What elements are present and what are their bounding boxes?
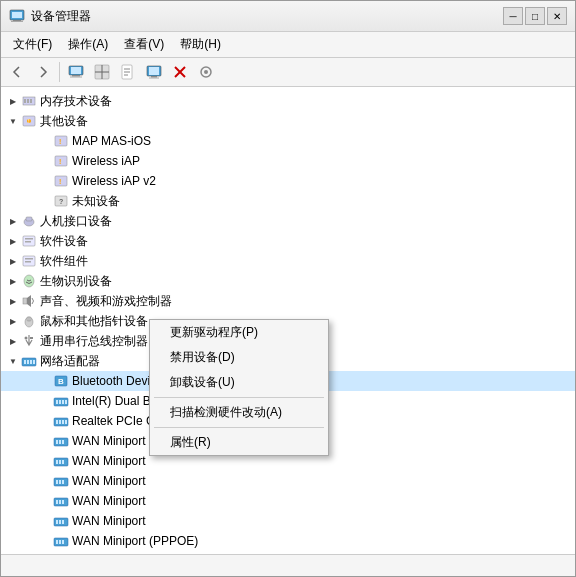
menu-file[interactable]: 文件(F) — [5, 34, 60, 55]
icon-intel — [53, 393, 69, 409]
content-area: 内存技术设备 ! 其他设备 — [1, 87, 575, 554]
tree-item-biometric[interactable]: 生物识别设备 — [1, 271, 575, 291]
label-wan-5: WAN Miniport — [72, 514, 146, 528]
svg-rect-56 — [30, 360, 32, 364]
icon-biometric — [21, 273, 37, 289]
label-wan-4: WAN Miniport — [72, 494, 146, 508]
label-hid: 人机接口设备 — [40, 213, 112, 230]
tree-item-audio[interactable]: 声音、视频和游戏控制器 — [1, 291, 575, 311]
forward-button[interactable] — [31, 61, 55, 83]
menu-help[interactable]: 帮助(H) — [172, 34, 229, 55]
context-disable-device[interactable]: 禁用设备(D) — [150, 345, 328, 370]
label-wan-1: WAN Miniport — [72, 434, 146, 448]
svg-point-22 — [204, 70, 208, 74]
svg-rect-42 — [25, 241, 31, 243]
icon-mouse — [21, 313, 37, 329]
icon-map-mas: ! — [53, 133, 69, 149]
icon-network-adapter — [21, 353, 37, 369]
computer-icon-btn[interactable] — [64, 61, 88, 83]
toolbar — [1, 58, 575, 87]
label-map-mas: MAP MAS-iOS — [72, 134, 151, 148]
context-menu: 更新驱动程序(P) 禁用设备(D) 卸载设备(U) 扫描检测硬件改动(A) 属性… — [149, 319, 329, 456]
svg-rect-54 — [24, 360, 26, 364]
svg-rect-44 — [25, 258, 33, 260]
label-intel: Intel(R) Dual B — [72, 394, 151, 408]
svg-text:B: B — [58, 377, 64, 386]
svg-rect-3 — [12, 12, 22, 18]
svg-rect-24 — [24, 99, 26, 103]
expand-realtek — [37, 413, 53, 429]
icon-wireless-iap-v2: ! — [53, 173, 69, 189]
close-button[interactable]: ✕ — [547, 7, 567, 25]
label-wan-2: WAN Miniport — [72, 454, 146, 468]
tree-item-memory[interactable]: 内存技术设备 — [1, 91, 575, 111]
tree-item-other[interactable]: ! 其他设备 — [1, 111, 575, 131]
delete-button[interactable] — [168, 61, 192, 83]
tree-item-wireless-iap-v2[interactable]: ! Wireless iAP v2 — [1, 171, 575, 191]
expand-other[interactable] — [5, 113, 21, 129]
svg-rect-25 — [27, 99, 29, 103]
context-uninstall-device[interactable]: 卸载设备(U) — [150, 370, 328, 395]
svg-rect-85 — [62, 500, 64, 504]
title-bar-controls: ─ □ ✕ — [503, 7, 567, 25]
back-button[interactable] — [5, 61, 29, 83]
svg-rect-55 — [27, 360, 29, 364]
expand-audio[interactable] — [5, 293, 21, 309]
svg-text:!: ! — [59, 138, 61, 145]
tree-item-map-mas[interactable]: ! MAP MAS-iOS — [1, 131, 575, 151]
svg-rect-72 — [59, 440, 61, 444]
svg-rect-66 — [56, 420, 58, 424]
svg-rect-16 — [149, 67, 159, 75]
svg-rect-76 — [59, 460, 61, 464]
svg-rect-45 — [25, 261, 31, 263]
menu-view[interactable]: 查看(V) — [116, 34, 172, 55]
properties-button[interactable] — [116, 61, 140, 83]
expand-memory[interactable] — [5, 93, 21, 109]
svg-rect-57 — [33, 360, 35, 364]
svg-rect-88 — [59, 520, 61, 524]
expand-usb[interactable] — [5, 333, 21, 349]
context-menu-separator-2 — [154, 427, 324, 428]
expand-hid[interactable] — [5, 213, 21, 229]
expand-sw-device[interactable] — [5, 233, 21, 249]
context-scan-hardware[interactable]: 扫描检测硬件改动(A) — [150, 400, 328, 425]
svg-rect-83 — [56, 500, 58, 504]
icon-usb — [21, 333, 37, 349]
scan-button[interactable] — [90, 61, 114, 83]
icon-wan-pppoe — [53, 533, 69, 549]
svg-rect-75 — [56, 460, 58, 464]
svg-rect-89 — [62, 520, 64, 524]
tree-item-wan-4[interactable]: WAN Miniport — [1, 491, 575, 511]
tree-item-wan-pptp[interactable]: WAN Miniport (PPTP) — [1, 551, 575, 554]
svg-rect-92 — [59, 540, 61, 544]
tree-item-wan-pppoe[interactable]: WAN Miniport (PPPOE) — [1, 531, 575, 551]
svg-rect-2 — [11, 21, 23, 22]
tree-item-sw-device[interactable]: 软件设备 — [1, 231, 575, 251]
maximize-button[interactable]: □ — [525, 7, 545, 25]
svg-rect-39 — [26, 217, 32, 221]
expand-wireless-iap — [37, 153, 53, 169]
tree-item-wan-5[interactable]: WAN Miniport — [1, 511, 575, 531]
menu-action[interactable]: 操作(A) — [60, 34, 116, 55]
refresh-button[interactable] — [194, 61, 218, 83]
context-update-driver[interactable]: 更新驱动程序(P) — [150, 320, 328, 345]
tree-item-unknown[interactable]: ? 未知设备 — [1, 191, 575, 211]
minimize-button[interactable]: ─ — [503, 7, 523, 25]
svg-rect-47 — [23, 298, 27, 304]
label-unknown: 未知设备 — [72, 193, 120, 210]
expand-sw-component[interactable] — [5, 253, 21, 269]
tree-item-wireless-iap[interactable]: ! Wireless iAP — [1, 151, 575, 171]
icon-wan-4 — [53, 493, 69, 509]
expand-biometric[interactable] — [5, 273, 21, 289]
expand-mouse[interactable] — [5, 313, 21, 329]
svg-rect-73 — [62, 440, 64, 444]
tree-item-wan-3[interactable]: WAN Miniport — [1, 471, 575, 491]
tree-item-sw-component[interactable]: 软件组件 — [1, 251, 575, 271]
svg-rect-26 — [30, 99, 32, 103]
context-properties[interactable]: 属性(R) — [150, 430, 328, 455]
monitor-button[interactable] — [142, 61, 166, 83]
tree-item-hid[interactable]: 人机接口设备 — [1, 211, 575, 231]
expand-network-adapter[interactable] — [5, 353, 21, 369]
icon-bluetooth: B — [53, 373, 69, 389]
icon-wan-pptp — [53, 553, 69, 554]
